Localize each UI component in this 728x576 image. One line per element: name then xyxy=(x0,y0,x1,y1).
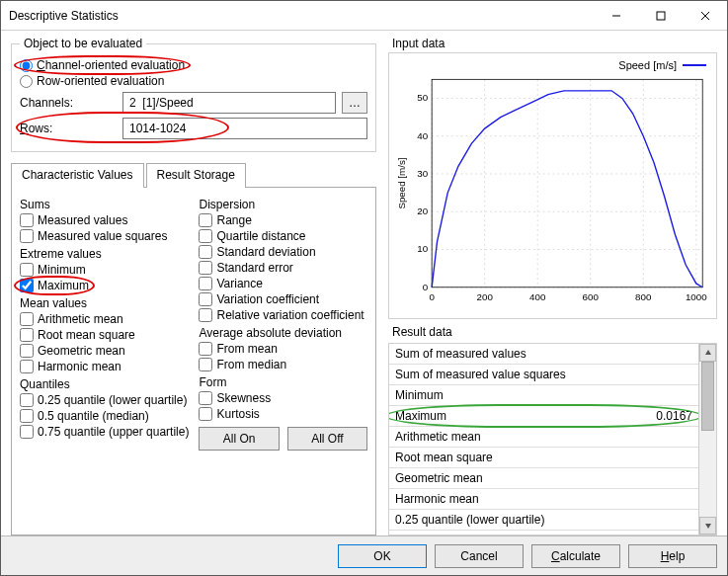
svg-rect-1 xyxy=(657,12,665,20)
channels-input[interactable] xyxy=(122,92,336,114)
channel-oriented-radio[interactable] xyxy=(20,59,33,72)
result-row-label: Harmonic mean xyxy=(395,492,613,506)
svg-text:1000: 1000 xyxy=(686,291,707,302)
extreme-heading: Extreme values xyxy=(20,247,189,261)
chk-quartile-distance[interactable]: Quartile distance xyxy=(199,229,367,243)
result-row-label: Sum of measured values xyxy=(395,347,613,361)
titlebar: Descriptive Statistics xyxy=(1,1,727,31)
chk-measured-values[interactable]: Measured values xyxy=(20,213,189,227)
chart-canvas: 0200400600800100001020304050Speed [m/s] xyxy=(393,57,712,314)
channels-label: Channels: xyxy=(20,96,117,110)
maximize-button[interactable] xyxy=(638,1,683,31)
rows-row: Rows: xyxy=(20,118,367,139)
result-row-value: 0.0167 xyxy=(613,409,692,423)
svg-line-3 xyxy=(701,12,709,20)
result-row[interactable]: 0.25 quantile (lower quartile) xyxy=(389,510,698,531)
chart-legend-text: Speed [m/s] xyxy=(618,59,677,71)
chk-q75[interactable]: 0.75 quantile (upper quartile) xyxy=(20,425,189,439)
chk-variance[interactable]: Variance xyxy=(199,277,367,290)
result-row[interactable]: Harmonic mean xyxy=(389,489,698,510)
cancel-button[interactable]: Cancel xyxy=(435,544,524,568)
input-data-label: Input data xyxy=(392,37,717,50)
all-off-button[interactable]: All Off xyxy=(287,427,367,451)
close-button[interactable] xyxy=(683,1,727,31)
all-on-button[interactable]: All On xyxy=(199,427,279,451)
chk-geometric-mean[interactable]: Geometric mean xyxy=(20,344,189,358)
tab-panel: Sums Measured values Measured value squa… xyxy=(11,188,376,535)
row-oriented-row[interactable]: Row-oriented evaluation xyxy=(20,74,367,88)
avgabs-heading: Average absolute deviation xyxy=(199,326,367,340)
channels-row: Channels: … xyxy=(20,92,367,114)
result-row[interactable]: Sum of measured values xyxy=(389,344,698,365)
svg-text:200: 200 xyxy=(477,291,494,302)
minimize-button[interactable] xyxy=(594,1,638,31)
result-row[interactable]: Geometric mean xyxy=(389,468,698,489)
scroll-track[interactable] xyxy=(699,431,716,517)
calculate-button[interactable]: Calculate xyxy=(531,544,620,568)
channel-oriented-label: Channel-oriented evaluation xyxy=(37,58,185,72)
row-oriented-radio[interactable] xyxy=(20,75,33,88)
result-row-label: 0.50 quantile (median) xyxy=(395,534,613,535)
svg-text:0: 0 xyxy=(423,282,429,292)
result-row[interactable]: 0.50 quantile (median) xyxy=(389,531,698,535)
chart-legend: Speed [m/s] xyxy=(618,59,706,71)
input-chart: Speed [m/s] 0200400600800100001020304050… xyxy=(388,52,717,319)
chk-measured-value-squares[interactable]: Measured value squares xyxy=(20,229,189,243)
result-scrollbar[interactable] xyxy=(698,344,716,535)
svg-line-2 xyxy=(701,12,709,20)
tab-result-storage[interactable]: Result Storage xyxy=(146,163,246,188)
dialog-window: Descriptive Statistics Object to be eval… xyxy=(0,0,728,576)
svg-text:800: 800 xyxy=(635,291,652,302)
result-row[interactable]: Arithmetic mean xyxy=(389,427,698,448)
form-heading: Form xyxy=(199,375,367,389)
channels-browse-button[interactable]: … xyxy=(342,92,367,114)
chk-harmonic-mean[interactable]: Harmonic mean xyxy=(20,360,189,373)
result-data-box: Sum of measured valuesSum of measured va… xyxy=(388,343,717,535)
result-row-label: 0.25 quantile (lower quartile) xyxy=(395,513,613,527)
chk-q50[interactable]: 0.5 quantile (median) xyxy=(20,409,189,423)
result-table: Sum of measured valuesSum of measured va… xyxy=(389,344,698,535)
result-data-label: Result data xyxy=(392,325,717,339)
chk-skewness[interactable]: Skewness xyxy=(199,391,367,405)
result-row-label: Sum of measured value squares xyxy=(395,368,613,381)
svg-rect-28 xyxy=(432,79,702,287)
chk-kurtosis[interactable]: Kurtosis xyxy=(199,407,367,421)
result-row-label: Geometric mean xyxy=(395,471,613,485)
chk-from-median[interactable]: From median xyxy=(199,358,367,371)
chk-q25[interactable]: 0.25 quantile (lower quartile) xyxy=(20,393,189,407)
chk-std-err[interactable]: Standard error xyxy=(199,261,367,275)
chk-rms[interactable]: Root mean square xyxy=(20,328,189,342)
quantiles-heading: Quantiles xyxy=(20,377,189,391)
svg-text:10: 10 xyxy=(417,243,428,254)
svg-text:400: 400 xyxy=(529,291,546,302)
svg-text:600: 600 xyxy=(583,291,600,302)
ok-button[interactable]: OK xyxy=(338,544,427,568)
result-row[interactable]: Maximum0.0167 xyxy=(389,406,698,427)
chk-rel-var-coef[interactable]: Relative variation coefficient xyxy=(199,308,367,322)
object-to-evaluate-group: Object to be evaluated Channel-oriented … xyxy=(11,37,376,152)
scroll-thumb[interactable] xyxy=(701,362,714,431)
rows-input[interactable] xyxy=(122,118,367,139)
svg-marker-31 xyxy=(705,524,711,529)
chk-range[interactable]: Range xyxy=(199,213,367,227)
scroll-up-button[interactable] xyxy=(699,344,716,362)
dialog-content: Object to be evaluated Channel-oriented … xyxy=(1,31,727,575)
help-button[interactable]: Help xyxy=(628,544,717,568)
channel-oriented-row[interactable]: Channel-oriented evaluation xyxy=(20,58,367,72)
rows-label: Rows: xyxy=(20,122,117,135)
tab-characteristic-values[interactable]: Characteristic Values xyxy=(11,163,144,188)
chk-arithmetic-mean[interactable]: Arithmetic mean xyxy=(20,312,189,326)
chk-std-dev[interactable]: Standard deviation xyxy=(199,245,367,259)
result-row[interactable]: Sum of measured value squares xyxy=(389,365,698,385)
svg-marker-30 xyxy=(705,350,711,355)
chk-var-coef[interactable]: Variation coefficient xyxy=(199,292,367,306)
result-row[interactable]: Minimum xyxy=(389,385,698,406)
result-row-label: Arithmetic mean xyxy=(395,430,613,444)
mean-heading: Mean values xyxy=(20,296,189,310)
chk-minimum[interactable]: Minimum xyxy=(20,263,189,277)
chk-maximum[interactable]: Maximum xyxy=(20,279,189,292)
result-row[interactable]: Root mean square xyxy=(389,448,698,468)
svg-text:40: 40 xyxy=(417,130,428,141)
chk-from-mean[interactable]: From mean xyxy=(199,342,367,356)
scroll-down-button[interactable] xyxy=(699,517,716,535)
